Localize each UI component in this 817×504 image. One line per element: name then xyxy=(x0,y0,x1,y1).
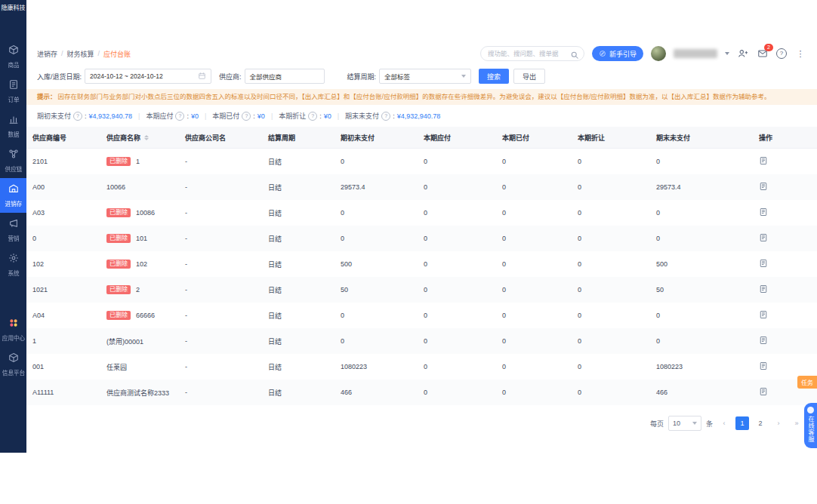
row-detail-button[interactable] xyxy=(753,156,817,167)
detail-icon[interactable] xyxy=(759,310,768,321)
detail-icon[interactable] xyxy=(759,259,768,269)
megaphone-icon xyxy=(8,218,19,232)
sidebar-nav: 商品 订单 数据 供应链 进销存 营销 xyxy=(0,39,26,382)
sidebar-item-orders[interactable]: 订单 xyxy=(0,74,26,109)
cell-cycle: 日结 xyxy=(262,362,335,372)
summary-item: 本期折让: ¥0 xyxy=(279,111,331,121)
info-icon[interactable] xyxy=(381,112,390,121)
page-button-1[interactable]: 1 xyxy=(735,416,749,430)
sidebar-item-app-center[interactable]: 应用中心 xyxy=(0,312,26,347)
date-range-input[interactable]: 2024-10-12 ~ 2024-10-12 xyxy=(85,69,211,84)
cycle-select[interactable]: 全部标签 xyxy=(379,69,471,84)
info-icon[interactable] xyxy=(308,112,317,121)
cell-no: A03 xyxy=(26,209,100,217)
cell-company: - xyxy=(179,363,262,370)
sidebar-item-inventory[interactable]: 进销存 xyxy=(0,178,26,213)
cell-payable: 0 xyxy=(418,363,496,370)
cell-payable: 0 xyxy=(418,337,496,345)
detail-icon[interactable] xyxy=(759,182,768,192)
header-cycle: 结算周期 xyxy=(262,133,335,143)
sidebar-item-data[interactable]: 数据 xyxy=(0,109,26,143)
topbar: 进销存 / 财务核算 / 应付台账 新手引导 xyxy=(26,42,817,65)
global-search[interactable] xyxy=(480,46,584,61)
cycle-value: 全部标签 xyxy=(384,72,410,81)
search-button[interactable]: 搜索 xyxy=(479,69,509,84)
page-button-2[interactable]: 2 xyxy=(754,416,767,430)
compass-icon xyxy=(599,50,606,57)
cell-company: - xyxy=(179,312,262,319)
row-detail-button[interactable] xyxy=(753,310,817,321)
deleted-badge: 已删除 xyxy=(106,260,131,269)
cell-paid: 0 xyxy=(496,209,572,217)
avatar[interactable] xyxy=(651,46,666,61)
topbar-tools: 新手引导 2 xyxy=(480,46,806,61)
contacts-icon[interactable] xyxy=(737,48,749,60)
supplier-name-text: 1 xyxy=(136,158,140,165)
info-icon[interactable] xyxy=(242,112,251,121)
message-icon[interactable]: 2 xyxy=(757,48,769,60)
search-icon[interactable] xyxy=(570,49,579,58)
sidebar-item-marketing[interactable]: 营销 xyxy=(0,213,26,247)
cell-ending: 29573.4 xyxy=(650,183,753,191)
summary-label: 期末未支付 xyxy=(345,111,379,121)
supplier-name-text: 101 xyxy=(136,235,147,242)
row-detail-button[interactable] xyxy=(753,284,817,295)
ledger-table: 供应商编号 供应商名称 供应商公司名 结算周期 期初未支付 本期应付 本期已付 … xyxy=(26,127,817,405)
breadcrumb-level2[interactable]: 财务核算 xyxy=(67,49,94,59)
guide-button[interactable]: 新手引导 xyxy=(592,46,643,61)
sidebar-item-goods[interactable]: 商品 xyxy=(0,39,26,74)
prev-page-button[interactable] xyxy=(717,416,731,430)
sort-icon[interactable] xyxy=(144,135,149,140)
detail-icon[interactable] xyxy=(759,156,768,167)
cycle-filter-label: 结算周期: xyxy=(347,72,377,81)
row-detail-button[interactable] xyxy=(753,182,817,192)
breadcrumb-level1[interactable]: 进销存 xyxy=(37,49,57,59)
export-button[interactable]: 导出 xyxy=(513,69,545,84)
summary-separator: | xyxy=(271,112,273,120)
info-icon[interactable] xyxy=(175,112,184,121)
detail-icon[interactable] xyxy=(759,284,768,295)
row-detail-button[interactable] xyxy=(753,361,817,372)
next-page-button[interactable] xyxy=(772,416,785,430)
cell-discount: 0 xyxy=(572,183,650,191)
detail-icon[interactable] xyxy=(759,361,768,372)
cell-name: 10066 xyxy=(100,183,179,191)
sidebar-item-supply-chain[interactable]: 供应链 xyxy=(0,143,26,178)
floating-service-tab[interactable]: 在线客服 xyxy=(804,403,817,448)
sidebar-item-system[interactable]: 系统 xyxy=(0,247,26,282)
row-detail-button[interactable] xyxy=(753,336,817,346)
detail-icon[interactable] xyxy=(759,233,768,244)
per-page-select[interactable]: 10 xyxy=(668,416,701,431)
cell-discount: 0 xyxy=(572,209,650,217)
row-detail-button[interactable] xyxy=(753,207,817,218)
row-detail-button[interactable] xyxy=(753,233,817,244)
table-row: A03已删除10086-日结00000 xyxy=(26,200,817,226)
deleted-badge: 已删除 xyxy=(106,208,131,217)
help-icon[interactable] xyxy=(776,48,787,59)
detail-icon[interactable] xyxy=(759,387,768,398)
floating-task-tab[interactable]: 任务 xyxy=(797,376,817,389)
header-company-name: 供应商公司名 xyxy=(179,133,262,143)
last-page-button[interactable] xyxy=(790,416,803,430)
sidebar-item-label: 进销存 xyxy=(5,199,22,207)
header-current-discount: 本期折让 xyxy=(572,133,650,143)
supplier-name-text: 10086 xyxy=(136,209,155,217)
header-supplier-name[interactable]: 供应商名称 xyxy=(100,133,179,143)
row-detail-button[interactable] xyxy=(753,259,817,269)
detail-icon[interactable] xyxy=(759,336,768,346)
supplier-input[interactable]: 全部供应商 xyxy=(245,69,325,84)
global-search-input[interactable] xyxy=(488,50,567,57)
cell-opening: 0 xyxy=(335,158,418,165)
cell-opening: 50 xyxy=(335,286,418,293)
sidebar-item-info-platform[interactable]: 信息平台 xyxy=(0,347,26,382)
cell-name: 已删除1 xyxy=(100,157,179,166)
info-icon[interactable] xyxy=(73,112,82,121)
cell-cycle: 日结 xyxy=(262,285,335,295)
summary-item: 期初未支付: ¥4,932,940.78 xyxy=(37,111,132,121)
row-detail-button[interactable] xyxy=(753,387,817,398)
more-icon[interactable] xyxy=(794,48,806,60)
summary-value: ¥4,932,940.78 xyxy=(89,112,133,120)
detail-icon[interactable] xyxy=(759,207,768,218)
cell-ending: 1080223 xyxy=(650,363,753,370)
chevron-down-icon[interactable] xyxy=(725,52,729,55)
